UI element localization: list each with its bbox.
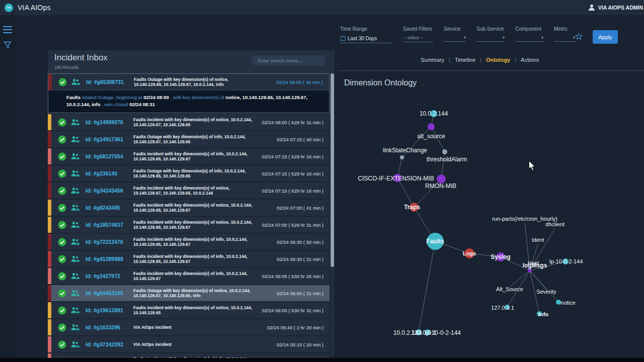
acknowledge-check-icon[interactable] [58,272,66,281]
incident-description: Faults incident with key dimension(s) of… [133,203,259,213]
assign-users-icon[interactable] [70,187,79,194]
acknowledge-check-icon[interactable] [58,306,66,315]
incident-id[interactable]: Id: #g19612891 [86,307,133,313]
acknowledge-check-icon[interactable] [58,221,66,229]
acknowledge-check-icon[interactable] [58,152,66,161]
incident-id[interactable]: Id: #g58127554 [86,153,133,159]
user-name: VIA AIOPS ADMIN [598,5,643,11]
acknowledge-check-icon[interactable] [58,118,66,127]
acknowledge-check-icon[interactable] [58,187,66,195]
incident-row[interactable]: Id: #g18574637 Faults incident with key … [48,217,330,233]
incident-description: Faults incident with key dimension(s) of… [133,186,259,196]
incident-card: Id: #g17050681 Faults incident with key … [48,353,330,358]
search-input[interactable] [252,55,326,66]
incident-id[interactable]: Id: #g1623296 [86,324,133,330]
assign-users-icon[interactable] [70,290,79,297]
tab-summary[interactable]: Summary [416,57,449,63]
incident-row[interactable]: Id: #g58127554 Faults incident with key … [48,148,330,164]
incident-row[interactable]: Id: #g1623296 VIA AIOps incident 02/24 0… [48,319,330,335]
acknowledge-check-icon[interactable] [58,135,66,144]
acknowledge-check-icon[interactable] [58,340,66,349]
scrollbar-thumb[interactable] [331,73,334,267]
incident-row[interactable]: Id: #g14909076 Faults incident with key … [48,114,330,130]
assign-users-icon[interactable] [70,221,79,228]
incident-id[interactable]: Id: #g37242282 [86,341,133,347]
incident-row[interactable]: Id: #g41289988 Faults incident with key … [48,251,330,267]
incident-id[interactable]: Id: #g41289988 [86,256,133,262]
incident-id[interactable]: Id: #g72213476 [86,239,133,245]
incident-row[interactable]: Id: #g19612891 Faults incident with key … [48,302,330,318]
tab-timeline[interactable]: Timeline [450,57,480,63]
incident-id[interactable]: Id: #g3427972 [86,273,133,279]
panel-title: Dimension Ontology [344,78,417,87]
assign-users-icon[interactable] [70,307,79,314]
incident-row[interactable]: Id: #g65308731 Faults Outage with key di… [48,74,329,90]
assign-users-icon[interactable] [70,136,79,143]
filter-field[interactable]: Metric ▾ [554,26,575,42]
graph-label-threshold-alarm: thresholdAlarm [427,156,467,163]
acknowledge-check-icon[interactable] [58,255,66,263]
user-menu[interactable]: VIA AIOPS ADMIN [588,4,644,12]
graph-node-logmsgs[interactable] [528,268,532,273]
incident-row[interactable]: Id: #g54453195 Faults Outage with key di… [48,285,330,301]
incident-row[interactable]: Id: #g34243456 Faults incident with key … [48,183,330,199]
incident-id[interactable]: Id: #g65308731 [86,79,134,85]
incident-row[interactable]: Id: #g236140 Faults Outage with key dime… [48,165,330,182]
severity-bar [48,165,51,182]
favorite-star-icon[interactable] [575,33,583,42]
filter-field-control[interactable]: Last 30 Days ▾ [340,35,392,43]
assign-users-icon[interactable] [70,204,79,211]
incident-row[interactable]: Id: #g3427972 Faults incident with key d… [48,268,330,284]
assign-users-icon[interactable] [70,119,79,126]
incident-row[interactable]: Id: #g17050681 Faults incident with key … [48,353,330,358]
filter-field[interactable]: Component ▾ [515,26,543,42]
filter-field-control[interactable]: ▾ [476,35,505,42]
apply-button[interactable]: Apply [593,30,618,44]
via-logo-icon[interactable]: VIA [5,4,13,12]
incident-row[interactable]: Id: #g14917361 Faults Outage with key di… [48,131,330,147]
incident-id[interactable]: Id: #g18574637 [86,222,133,228]
filter-field-control[interactable]: ▾ [515,35,543,42]
graph-node-link-state-change[interactable] [400,155,404,159]
incident-id[interactable]: Id: #g14917361 [86,136,133,142]
assign-users-icon[interactable] [70,273,79,280]
acknowledge-check-icon[interactable] [58,204,66,212]
incident-row[interactable]: Id: #g37242282 VIA AIOps incident 02/24 … [48,336,330,352]
incident-id[interactable]: Id: #g34243456 [86,188,133,194]
filter-funnel-icon[interactable] [4,41,15,51]
acknowledge-check-icon[interactable] [58,169,66,178]
incident-row[interactable]: Id: #g8243485 Faults incident with key d… [48,200,330,216]
incident-id[interactable]: Id: #g8243485 [86,205,133,211]
filter-field[interactable]: Time Range Last 30 Days ▾ [340,26,392,43]
filter-field[interactable]: Sub-Service ▾ [476,26,505,42]
assign-users-icon[interactable] [70,153,79,160]
tab-ontology[interactable]: Ontology [481,57,515,63]
filter-field[interactable]: Saved Filters -- select -- ▾ [403,26,433,42]
filter-field-control[interactable]: -- select -- ▾ [403,35,433,42]
filter-field-control[interactable]: ▾ [554,35,575,42]
assign-users-icon[interactable] [70,341,79,348]
graph-node-alt-source[interactable] [428,123,435,130]
incident-time: 02/24 06:00 ( 630 hr 31 min ) [259,308,330,313]
incident-id[interactable]: Id: #g54453195 [86,290,133,296]
incident-id[interactable]: Id: #g14909076 [86,119,133,125]
assign-users-icon[interactable] [71,78,80,85]
severity-bar [48,148,51,164]
incident-card: Id: #g37242282 VIA AIOps incident 02/24 … [48,336,330,352]
assign-users-icon[interactable] [70,255,79,262]
incident-id[interactable]: Id: #g236140 [86,170,133,176]
acknowledge-check-icon[interactable] [58,238,66,246]
acknowledge-check-icon[interactable] [58,289,66,298]
tab-actions[interactable]: Actions [516,57,543,63]
acknowledge-check-icon[interactable] [58,323,66,332]
assign-users-icon[interactable] [70,238,79,245]
acknowledge-check-icon[interactable] [58,78,67,86]
assign-users-icon[interactable] [70,324,79,331]
filter-field-control[interactable]: ▾ [444,35,466,42]
incident-time: 02/24 07:00 ( 629 hr 31 min ) [259,222,330,228]
filter-field[interactable]: Service ▾ [444,26,466,42]
hamburger-menu-icon[interactable] [3,26,12,33]
graph-node-threshold-alarm[interactable] [442,149,447,154]
assign-users-icon[interactable] [70,170,79,177]
incident-row[interactable]: Id: #g72213476 Faults incident with key … [48,234,330,250]
